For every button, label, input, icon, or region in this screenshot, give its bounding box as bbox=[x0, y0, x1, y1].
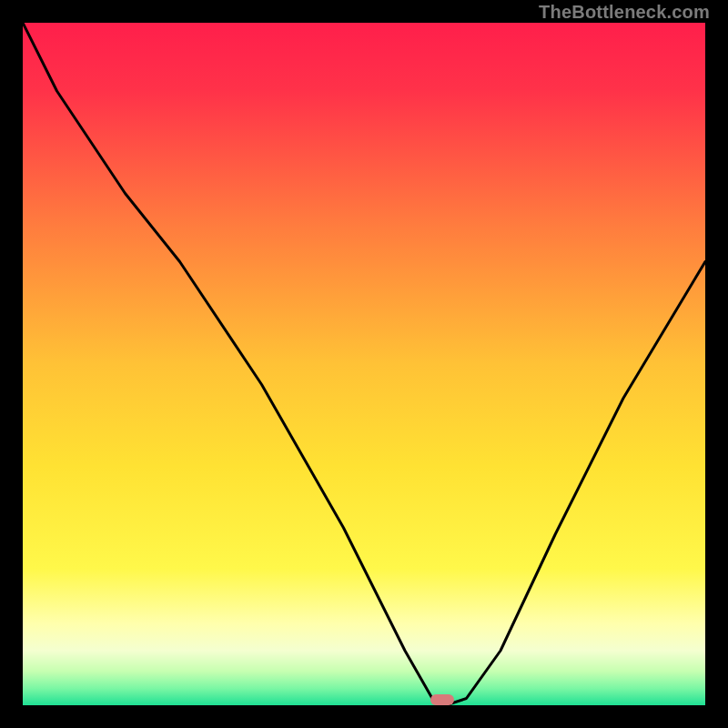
chart-frame: TheBottleneck.com bbox=[0, 0, 728, 728]
curve-layer bbox=[23, 23, 705, 705]
optimal-marker bbox=[430, 694, 454, 705]
bottleneck-curve bbox=[23, 23, 705, 705]
attribution-label: TheBottleneck.com bbox=[539, 2, 710, 23]
plot-area bbox=[23, 23, 705, 705]
